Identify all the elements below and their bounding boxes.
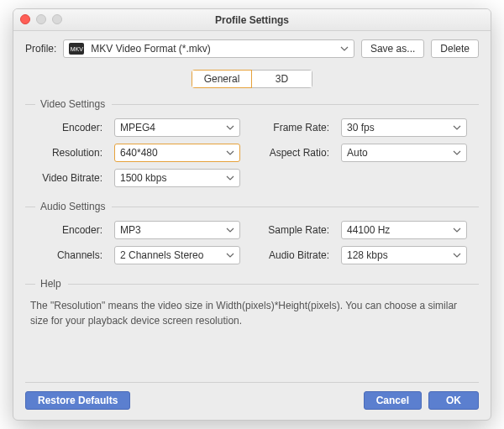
audio-bitrate-select[interactable]: 128 kbps xyxy=(341,246,467,264)
help-section: Help The "Resolution" means the video si… xyxy=(25,278,479,328)
chevron-down-icon xyxy=(226,174,234,182)
chevron-down-icon xyxy=(226,226,234,234)
chevron-down-icon xyxy=(453,251,461,259)
chevron-down-icon xyxy=(226,149,234,157)
delete-button[interactable]: Delete xyxy=(431,39,479,58)
profile-label: Profile: xyxy=(25,43,56,55)
aspect-ratio-label: Aspect Ratio: xyxy=(252,147,329,159)
tab-general[interactable]: General xyxy=(192,70,252,88)
audio-bitrate-label: Audio Bitrate: xyxy=(252,249,329,261)
video-legend: Video Settings xyxy=(40,98,112,110)
cancel-button[interactable]: Cancel xyxy=(364,391,422,410)
video-encoder-label: Encoder: xyxy=(25,122,102,133)
profile-select[interactable]: MKV MKV Video Format (*.mkv) xyxy=(63,39,354,58)
frame-rate-select[interactable]: 30 fps xyxy=(341,118,467,137)
audio-encoder-label: Encoder: xyxy=(25,224,102,236)
help-text: The "Resolution" means the video size in… xyxy=(25,298,479,328)
chevron-down-icon xyxy=(453,123,461,132)
chevron-down-icon xyxy=(453,226,461,234)
footer: Restore Defaults Cancel OK xyxy=(25,391,479,410)
titlebar: Profile Settings xyxy=(13,9,491,31)
save-as-button[interactable]: Save as... xyxy=(361,39,424,58)
audio-settings: Audio Settings Encoder: MP3 Sample Rate:… xyxy=(25,201,479,264)
tab-3d[interactable]: 3D xyxy=(252,70,312,88)
mkv-icon: MKV xyxy=(69,43,84,55)
video-bitrate-select[interactable]: 1500 kbps xyxy=(114,169,240,187)
channels-label: Channels: xyxy=(25,249,102,261)
video-encoder-select[interactable]: MPEG4 xyxy=(114,118,240,137)
chevron-down-icon xyxy=(453,149,461,157)
resolution-select[interactable]: 640*480 xyxy=(114,144,240,162)
profile-row: Profile: MKV MKV Video Format (*.mkv) Sa… xyxy=(25,39,479,58)
tabs: General 3D xyxy=(25,70,479,88)
zoom-icon xyxy=(52,14,62,24)
window-controls xyxy=(20,14,62,24)
video-settings: Video Settings Encoder: MPEG4 Frame Rate… xyxy=(25,98,479,187)
chevron-down-icon xyxy=(340,44,349,53)
profile-settings-window: Profile Settings Profile: MKV MKV Video … xyxy=(13,8,491,421)
channels-select[interactable]: 2 Channels Stereo xyxy=(114,246,240,264)
ok-button[interactable]: OK xyxy=(428,391,479,410)
resolution-label: Resolution: xyxy=(25,147,102,159)
restore-defaults-button[interactable]: Restore Defaults xyxy=(25,391,130,410)
sample-rate-select[interactable]: 44100 Hz xyxy=(341,221,467,239)
audio-legend: Audio Settings xyxy=(40,201,112,212)
audio-encoder-select[interactable]: MP3 xyxy=(114,221,240,239)
chevron-down-icon xyxy=(226,251,234,259)
minimize-icon xyxy=(36,14,46,24)
help-legend: Help xyxy=(40,278,68,290)
window-title: Profile Settings xyxy=(215,14,289,26)
chevron-down-icon xyxy=(226,123,234,132)
frame-rate-label: Frame Rate: xyxy=(252,122,329,133)
video-bitrate-label: Video Bitrate: xyxy=(25,172,102,184)
close-icon[interactable] xyxy=(20,14,30,24)
profile-value: MKV Video Format (*.mkv) xyxy=(91,43,210,55)
footer-divider xyxy=(25,382,479,383)
aspect-ratio-select[interactable]: Auto xyxy=(341,144,467,162)
content: Profile: MKV MKV Video Format (*.mkv) Sa… xyxy=(13,31,491,420)
sample-rate-label: Sample Rate: xyxy=(252,224,329,236)
